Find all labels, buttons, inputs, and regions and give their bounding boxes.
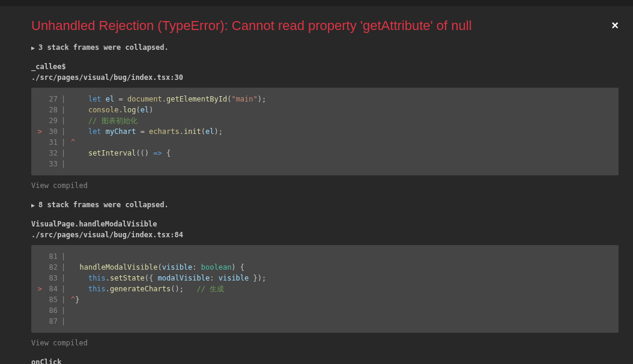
collapsed-frames-text: 8 stack frames were collapsed. [38, 201, 169, 209]
collapsed-frames-toggle[interactable]: ▶ 3 stack frames were collapsed. [31, 43, 619, 52]
line-number: 87 [44, 316, 61, 327]
window-topbar [0, 0, 633, 6]
line-number: 31 [44, 137, 61, 148]
stack-frame-function-name: _callee$ [31, 62, 619, 71]
expand-arrow-icon: ▶ [31, 44, 35, 51]
stack-frame-location[interactable]: ./src/pages/visual/bug/index.tsx:30 [31, 73, 619, 82]
collapsed-frames-text: 3 stack frames were collapsed. [38, 43, 169, 52]
line-number: 81 [44, 251, 61, 262]
stack-frame-location[interactable]: ./src/pages/visual/bug/index.tsx:84 [31, 231, 619, 239]
line-number: 33 [44, 159, 61, 169]
expand-arrow-icon: ▶ [31, 202, 35, 208]
line-number: 30 [44, 126, 61, 137]
code-snippet: 81| 82| handleModalVisible(visible: bool… [31, 245, 619, 333]
line-number: 85 [44, 294, 61, 305]
stack-frame-function-name: VisualPage.handleModalVisible [31, 220, 619, 228]
line-number: 83 [44, 273, 61, 284]
line-number: 86 [44, 305, 61, 316]
line-number: 32 [44, 148, 61, 159]
close-button[interactable]: × [611, 19, 619, 31]
collapsed-frames-toggle[interactable]: ▶ 8 stack frames were collapsed. [31, 201, 619, 209]
view-compiled-link[interactable]: View compiled [31, 339, 619, 347]
line-number: 84 [44, 284, 61, 294]
line-number: 28 [44, 105, 61, 115]
line-number: 82 [44, 262, 61, 273]
error-overlay: × Unhandled Rejection (TypeError): Canno… [0, 6, 633, 364]
code-snippet: 27| let el = document.getElementById("ma… [31, 88, 619, 175]
view-compiled-link[interactable]: View compiled [31, 181, 619, 190]
line-number: 27 [44, 94, 61, 105]
error-title: Unhandled Rejection (TypeError): Cannot … [31, 18, 619, 34]
stack-frame-function-name: onClick [31, 358, 619, 364]
line-number: 29 [44, 115, 61, 126]
